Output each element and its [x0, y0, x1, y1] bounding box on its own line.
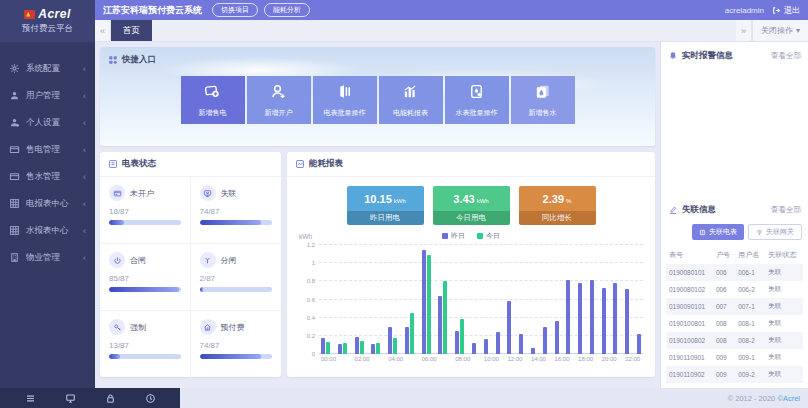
table-cell: 0190090101 — [666, 298, 713, 315]
energy-stat-card-1: 10.15kWh昨日用电 — [347, 186, 424, 225]
clock-icon[interactable] — [145, 393, 156, 404]
table-cell: 009-1 — [735, 349, 765, 366]
bar-group: 22:00 — [625, 245, 629, 354]
bar-yesterday — [531, 348, 535, 354]
table-row[interactable]: 0190090101007007-1失联 — [666, 298, 803, 315]
energy-analysis-button[interactable]: 能耗分析 — [264, 3, 310, 17]
lock-icon[interactable] — [105, 393, 116, 404]
bar-group: 18:00 — [578, 245, 582, 354]
bar-group: 08:00 — [455, 245, 464, 354]
building-icon — [9, 252, 20, 263]
sidebar-item-8[interactable]: 物业管理‹ — [0, 244, 95, 271]
table-cell: 009 — [713, 366, 735, 383]
status-label: 强制 — [130, 322, 146, 333]
status-label: 预付费 — [221, 322, 245, 333]
stat-label: 同比增长 — [519, 211, 596, 225]
status-cell-2[interactable]: 失联74/87 — [191, 177, 282, 244]
chart-legend: 昨日今日 — [442, 231, 500, 241]
bar-group — [472, 245, 476, 354]
table-header: 表号 — [666, 246, 713, 264]
table-cell: 006-2 — [735, 281, 765, 298]
switch-project-button[interactable]: 切换项目 — [212, 3, 258, 17]
table-cell: 0190080101 — [666, 264, 713, 281]
bar-yesterday — [590, 280, 594, 354]
table-row[interactable]: 0190110901009009-1失联 — [666, 349, 803, 366]
tabs-scroll-right[interactable]: » — [736, 20, 752, 41]
tabs-scroll-left[interactable]: « — [95, 20, 111, 41]
sidebar-item-label: 水报表中心 — [26, 225, 83, 237]
table-row[interactable]: 0190100802008008-2失联 — [666, 332, 803, 349]
status-cell-4[interactable]: 分闸2/87 — [191, 244, 282, 311]
legend-item[interactable]: 今日 — [477, 231, 500, 241]
y-tick-label: 0.4 — [307, 315, 315, 321]
bar-group: 14:00 — [531, 245, 535, 354]
sidebar-item-1[interactable]: 系统配置‹ — [0, 55, 95, 82]
username[interactable]: acreladmin — [725, 6, 764, 15]
offline-gateways-button[interactable]: 失联网关 — [748, 224, 802, 240]
bar-yesterday — [355, 337, 359, 354]
bar-yesterday — [602, 288, 606, 354]
sidebar-item-6[interactable]: 电报表中心‹ — [0, 190, 95, 217]
tab-home[interactable]: 首页 — [111, 20, 152, 41]
alarm-list-empty — [661, 68, 808, 196]
not-opened-icon — [109, 185, 125, 201]
table-cell: 失联 — [765, 349, 803, 366]
bar-yesterday — [613, 283, 617, 354]
bar-group — [496, 245, 500, 354]
grid-icon — [9, 198, 20, 209]
bar-yesterday — [519, 334, 523, 354]
sidebar-item-4[interactable]: 售电管理‹ — [0, 136, 95, 163]
sidebar-item-3[interactable]: 个人设置‹ — [0, 109, 95, 136]
monitor-icon[interactable] — [65, 393, 76, 404]
logo-subtitle: 预付费云平台 — [22, 23, 73, 35]
status-cell-6[interactable]: 预付费74/87 — [191, 311, 282, 378]
status-progress-bar — [109, 220, 181, 225]
quick-button-2[interactable]: 新增开户 — [247, 76, 311, 124]
x-tick-label: 02:00 — [355, 356, 370, 362]
table-cell: 0190080102 — [666, 281, 713, 298]
bar-today — [376, 343, 380, 354]
quick-button-1[interactable]: 新增售电 — [181, 76, 245, 124]
menu-icon[interactable] — [25, 393, 36, 404]
bar-today — [393, 338, 397, 354]
table-row[interactable]: 0190080102006006-2失联 — [666, 281, 803, 298]
close-operations-dropdown[interactable]: 关闭操作 ▾ — [752, 20, 808, 41]
stat-unit: kWh — [477, 198, 489, 204]
quick-button-3[interactable]: 电表批量操作 — [313, 76, 377, 124]
legend-item[interactable]: 昨日 — [442, 231, 465, 241]
person-icon — [9, 117, 20, 128]
sidebar-item-5[interactable]: 售水管理‹ — [0, 163, 95, 190]
bar-today — [427, 255, 431, 354]
status-label: 分闸 — [221, 255, 237, 266]
meter-batch-icon — [336, 83, 353, 104]
table-row[interactable]: 0190080101006006-1失联 — [666, 264, 803, 281]
quick-button-5[interactable]: 水表批量操作 — [445, 76, 509, 124]
sidebar-item-7[interactable]: 水报表中心‹ — [0, 217, 95, 244]
offline-view-all-link[interactable]: 查看全部 — [771, 205, 801, 215]
logo[interactable]: Acrel 预付费云平台 — [0, 0, 95, 42]
table-cell: 失联 — [765, 315, 803, 332]
alarm-view-all-link[interactable]: 查看全部 — [771, 51, 801, 61]
offline-info-icon — [668, 205, 678, 215]
table-row[interactable]: 0190100801008008-1失联 — [666, 315, 803, 332]
offline-meters-button[interactable]: 失联电表 — [692, 224, 744, 240]
x-tick-label: 16:00 — [555, 356, 570, 362]
acrel-link[interactable]: ©Acrel — [777, 394, 800, 403]
sell-electricity-icon — [204, 83, 221, 104]
sidebar-item-2[interactable]: 用户管理‹ — [0, 82, 95, 109]
bar-group — [405, 245, 414, 354]
bar-group — [566, 245, 570, 354]
energy-stat-card-2: 3.43kWh今日用电 — [433, 186, 510, 225]
status-cell-5[interactable]: 强制13/87 — [100, 311, 191, 378]
logout-button[interactable]: 退出 — [772, 5, 800, 16]
stat-label: 昨日用电 — [347, 211, 424, 225]
table-row[interactable]: 0190110902009009-2失联 — [666, 366, 803, 383]
quick-button-4[interactable]: 电能耗报表 — [379, 76, 443, 124]
table-cell: 失联 — [765, 264, 803, 281]
status-cell-1[interactable]: 未开户18/87 — [100, 177, 191, 244]
status-cell-3[interactable]: 合闸85/87 — [100, 244, 191, 311]
chevron-down-icon: ▾ — [796, 26, 800, 35]
quick-button-6[interactable]: 新增售水 — [511, 76, 575, 124]
table-cell: 0190110902 — [666, 366, 713, 383]
table-cell: 失联 — [765, 281, 803, 298]
